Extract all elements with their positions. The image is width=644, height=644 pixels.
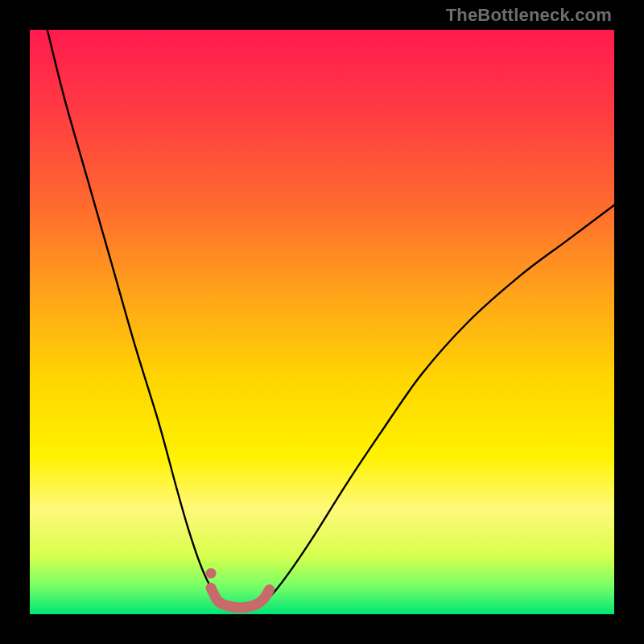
plot-area (30, 30, 614, 614)
curve-right-branch (263, 205, 614, 603)
watermark-text: TheBottleneck.com (446, 5, 612, 26)
frame: TheBottleneck.com (0, 0, 644, 644)
chart-svg (30, 30, 614, 614)
curve-left-branch (47, 30, 223, 602)
curve-bottom-accent (211, 588, 270, 608)
accent-dot (206, 568, 217, 579)
